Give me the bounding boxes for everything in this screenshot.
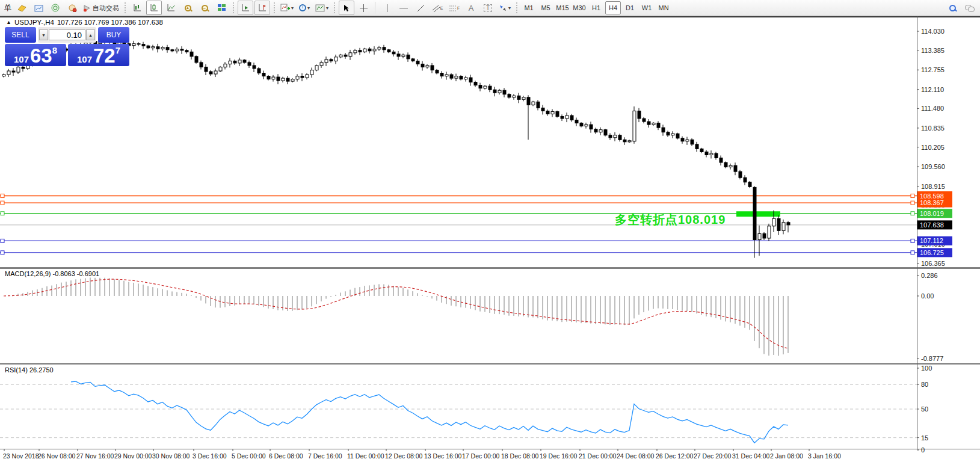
candle-body	[383, 48, 386, 50]
time-axis-label: 13 Dec 16:00	[424, 452, 462, 460]
text-tool-button[interactable]: A	[463, 1, 479, 15]
candle-body	[334, 57, 337, 61]
candle-body	[599, 130, 602, 132]
periods-button[interactable]: ▾	[297, 1, 312, 15]
tool-icon[interactable]	[14, 1, 29, 15]
timeframe-h1[interactable]: H1	[588, 1, 604, 14]
candle-body	[724, 162, 727, 167]
search-button[interactable]	[945, 1, 960, 15]
candle-body	[214, 71, 217, 74]
candle-body	[590, 125, 593, 129]
macd-indicator-label: MACD(12,26,9) -0.8063 -0.6901	[5, 270, 99, 277]
zoom-out-button[interactable]: −	[197, 1, 212, 15]
candle-body	[272, 77, 275, 79]
autotrading-button[interactable]: 自动交易	[81, 1, 121, 15]
candle-body	[493, 90, 496, 93]
timeframe-d1[interactable]: D1	[622, 1, 638, 14]
timeframe-m30[interactable]: M30	[572, 1, 587, 14]
price-axis-label: 110.835	[921, 125, 945, 132]
bar-chart-button[interactable]	[129, 1, 145, 15]
timeframe-m15[interactable]: M15	[555, 1, 570, 14]
line-handle[interactable]	[1, 201, 4, 205]
candle-body	[257, 69, 260, 73]
channel-icon	[432, 4, 440, 12]
terminal-button[interactable]	[64, 1, 80, 15]
volume-increase-button[interactable]: ▲	[86, 29, 95, 40]
chevron-down-icon: ▾	[307, 5, 310, 11]
candle-body	[594, 129, 597, 132]
navigator-button[interactable]	[48, 1, 63, 15]
line-handle[interactable]	[1, 251, 4, 254]
time-axis-label: 7 Dec 16:00	[308, 452, 342, 460]
candle-body	[667, 132, 670, 135]
vertical-line-button[interactable]	[379, 1, 395, 15]
zoom-in-button[interactable]: +	[180, 1, 196, 15]
cursor-button[interactable]	[339, 1, 354, 15]
symbol-collapse-triangle[interactable]: ▲	[6, 19, 11, 25]
market-watch-button[interactable]	[31, 1, 46, 15]
auto-scroll-button[interactable]	[238, 1, 253, 15]
chart-text-annotation[interactable]: 多空转折点108.019	[615, 212, 726, 228]
timeframe-w1[interactable]: W1	[639, 1, 655, 14]
line-handle[interactable]	[911, 194, 914, 198]
line-handle[interactable]	[911, 212, 914, 215]
time-axis-label: 6 Dec 08:00	[269, 452, 303, 460]
tile-windows-icon	[217, 4, 226, 12]
templates-button[interactable]: ▾	[313, 1, 330, 15]
candle-body	[657, 123, 660, 128]
volume-decrease-button[interactable]: ▼	[39, 29, 48, 40]
line-handle[interactable]	[1, 239, 4, 242]
trendline-button[interactable]	[413, 1, 428, 15]
timeframe-m1[interactable]: M1	[521, 1, 537, 14]
sell-button[interactable]: SELL	[5, 27, 36, 43]
bar-chart-icon	[133, 4, 142, 12]
sell-price-box[interactable]: 107 63 8	[5, 44, 66, 66]
tile-windows-button[interactable]	[214, 1, 229, 15]
toolbar-grip	[233, 2, 234, 13]
buy-price-box[interactable]: 107 72 7	[68, 44, 129, 66]
rsi-axis-label: 0	[921, 446, 925, 454]
fibonacci-icon	[449, 4, 457, 12]
candle-body	[397, 54, 400, 57]
line-handle[interactable]	[1, 194, 4, 198]
buy-price-prefix: 107	[77, 55, 92, 64]
text-label-tool-button[interactable]: T	[480, 1, 496, 15]
timeframe-m5[interactable]: M5	[538, 1, 553, 14]
candle-body	[407, 55, 410, 59]
candle-body	[744, 177, 747, 182]
price-axis-label: 106.365	[921, 260, 945, 267]
equidistant-channel-button[interactable]: E	[430, 1, 445, 15]
sell-price-sup: 8	[52, 46, 57, 55]
candle-body	[517, 96, 520, 99]
candle-body	[479, 85, 482, 88]
buy-button[interactable]: BUY	[98, 27, 129, 43]
chart-shift-button[interactable]	[254, 1, 270, 15]
line-handle[interactable]	[911, 239, 914, 242]
volume-input[interactable]: 0.10	[49, 29, 85, 40]
arrows-tool-button[interactable]: ▾	[497, 1, 513, 15]
candle-body	[219, 67, 222, 71]
timeframe-mn[interactable]: MN	[656, 1, 671, 14]
candle-body	[156, 47, 159, 49]
buy-price-sup: 7	[116, 46, 120, 55]
candle-body	[484, 86, 487, 88]
candle-body	[498, 90, 501, 93]
timeframe-h4[interactable]: H4	[605, 1, 621, 14]
crosshair-button[interactable]	[356, 1, 371, 15]
candle-body	[431, 66, 434, 70]
horizontal-line-button[interactable]	[396, 1, 411, 15]
line-handle[interactable]	[911, 201, 914, 205]
candle-body	[277, 77, 280, 81]
candle-body	[171, 50, 174, 51]
candle-body	[344, 55, 347, 57]
line-handle[interactable]	[911, 251, 914, 254]
line-chart-button[interactable]	[163, 1, 179, 15]
candlestick-chart-button[interactable]	[146, 1, 162, 15]
fibonacci-button[interactable]: F	[446, 1, 462, 15]
buy-price-big: 72	[93, 46, 116, 66]
chat-button[interactable]	[961, 1, 977, 15]
line-handle[interactable]	[1, 212, 4, 215]
indicators-button[interactable]: ▾	[279, 1, 295, 15]
new-order-label[interactable]: 单	[3, 3, 13, 13]
toolbar-grip	[334, 2, 335, 13]
